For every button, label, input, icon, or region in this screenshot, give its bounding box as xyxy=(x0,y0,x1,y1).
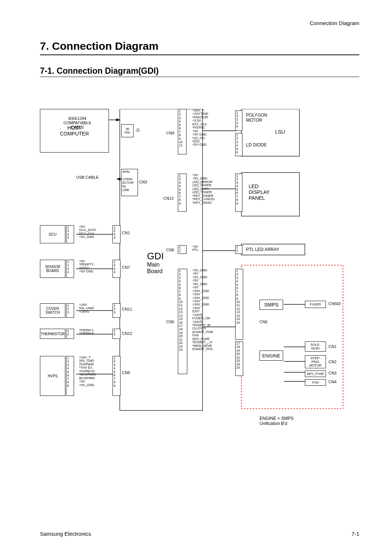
led-panel-pins: 1 2 3 4 5 6 7 8 9 xyxy=(236,174,238,205)
usb-4pin-connector: 4PIN CONN- ECTOR for USB xyxy=(121,169,138,196)
cn9-signals: +24V_T +24V GND *PMOTOR +3.3V EXT_CLK *H… xyxy=(192,109,208,147)
cn3-label: CN3 xyxy=(139,180,147,184)
fuser-block: FUSER xyxy=(305,301,326,308)
gdi-title: GDI xyxy=(147,251,164,262)
therm-signals: THERM A THERM B xyxy=(79,329,94,336)
cn1-right-label: CN1 xyxy=(328,344,336,349)
fan-block: FAN xyxy=(305,379,326,386)
led-panel-label: LED DISPLAY PANEL xyxy=(249,183,270,201)
cn5-label-right: CN5 xyxy=(260,320,268,324)
devfuse-block: DEV_FUSE xyxy=(305,370,326,377)
footer-left: Samsung Electronics xyxy=(40,531,91,537)
pin36-block: 36 PIN xyxy=(121,124,134,137)
cn502-label: CN502 xyxy=(328,301,341,306)
footer-right: 7-1 xyxy=(351,531,359,537)
hvps-right-pins: 1 2 3 4 5 6 7 8 9 xyxy=(114,357,115,388)
sensor-left-pins: 1 2 3 4 xyxy=(67,260,69,274)
host-computer-block: HOST COMPUTER xyxy=(40,109,109,153)
unification-board-label: ENGINE + SMPS Unification B'd xyxy=(260,416,294,426)
sensor-right-pins: 1 2 3 4 xyxy=(114,260,115,274)
cn6-signals: +5V PTL xyxy=(192,245,199,252)
cn11-label: CN11 xyxy=(122,307,132,311)
polygon-motor-label: POLYGON MOTOR xyxy=(246,113,267,123)
cn9-label: CN9 xyxy=(166,131,174,135)
lddiode-pins: 1 2 3 4 5 6 xyxy=(236,134,238,154)
ld-diode-label: LD DIODE xyxy=(246,142,267,147)
cover-signals: +24V Not_Used +24VS xyxy=(79,303,94,313)
engine-block: ENGINE xyxy=(260,351,283,361)
cn8-label: CN8 xyxy=(122,370,130,375)
cn3-right-label: CN3 xyxy=(328,371,336,375)
smps-pins: 1 2 3 4 5 6 7 8 9 10 11 12 13 14 15 16 xyxy=(236,270,240,324)
stepping-motor-block: STEP- PING MOTOR xyxy=(305,355,326,368)
cn13-label: CN13 xyxy=(163,196,173,200)
hvps-left-pins: 1 2 3 4 5 6 7 8 9 xyxy=(67,357,69,388)
therm-left-pins: 1 2 xyxy=(67,329,69,336)
section-title: 7-1. Connection Diagram(GDI) xyxy=(40,66,359,76)
ptl-label: PTL LED ARRAY xyxy=(246,247,279,252)
cn6-left-pins: 1 2 xyxy=(179,246,181,253)
chapter-title: 7. Connection Diagram xyxy=(40,40,359,52)
dcu-right-pins: 1 2 3 4 xyxy=(114,226,115,240)
hvps-block: HVPS xyxy=(40,356,65,396)
cn5-label-left: CN5 xyxy=(166,320,174,324)
engine-pins: 17 18 19 20 21 22 23 24 xyxy=(236,342,240,370)
hvps-signals: +24V_T 24V_GND THVPWM *THV EA. THVREAD *… xyxy=(79,356,96,387)
sensor-signals: +5V *PEMPTY *FEED +5V GND xyxy=(79,260,94,274)
cn6-label: CN6 xyxy=(166,248,174,252)
cn4-right-label: CN4 xyxy=(328,380,336,384)
connection-diagram: HOST COMPUTER IEEE1284 COMPATIABLE CABLE… xyxy=(40,109,359,509)
lsu-label: LSU xyxy=(275,129,285,135)
cn12-label: CN12 xyxy=(122,331,132,336)
cn1-label: CN1 xyxy=(122,231,130,235)
thermistor-block: THERMISTOR xyxy=(40,329,65,339)
solenoid-block: SOLE- NOID xyxy=(305,341,326,352)
sensor-board-block: SENSOR BOARD xyxy=(40,260,65,278)
dcu-left-pins: 1 2 3 4 xyxy=(67,226,69,240)
main-board-label: Main Board xyxy=(147,262,163,275)
dcu-block: DCU xyxy=(40,225,65,243)
therm-right-pins: 1 2 xyxy=(114,329,115,336)
cn2-right-label: CN2 xyxy=(328,360,336,364)
cover-left-pins: 1 2 3 xyxy=(67,304,69,314)
j1-label: J1 xyxy=(136,128,140,132)
cover-right-pins: 1 2 3 xyxy=(114,304,115,314)
cover-switch-block: COVER SWITCH xyxy=(40,303,65,318)
cn5-signals: +5V_GND +5V +5V_GND +5V +5V_GND +5V +24V… xyxy=(192,269,213,351)
cn13-signals: +5V +5V_GND LED_ERROR LED_PAPER LED_DATA… xyxy=(192,174,215,204)
smps-block: SMPS xyxy=(260,300,283,310)
cn9-left-pins: 1 2 3 4 5 6 7 8 9 10 11 xyxy=(179,110,183,147)
dcu-signals: +5V DCU_DATA DCU_CLK +5V_GND xyxy=(79,225,96,239)
cn5-left-pins: 1 2 3 4 5 6 7 8 9 10 11 12 13 14 15 16 1… xyxy=(179,270,183,352)
usb-cable-label: USB CABLE xyxy=(76,175,99,179)
ptl-pins: 1 2 xyxy=(236,246,238,253)
svg-marker-2 xyxy=(116,178,121,181)
svg-rect-16 xyxy=(241,265,343,409)
polygon-pins: 1 2 3 4 5 xyxy=(236,111,238,128)
cn7-label: CN7 xyxy=(122,265,130,270)
cn13-left-pins: 1 2 3 4 5 6 7 8 9 xyxy=(179,174,181,205)
ieee-cable-label: IEEE1284 COMPATIABLE CABLE xyxy=(64,116,91,129)
